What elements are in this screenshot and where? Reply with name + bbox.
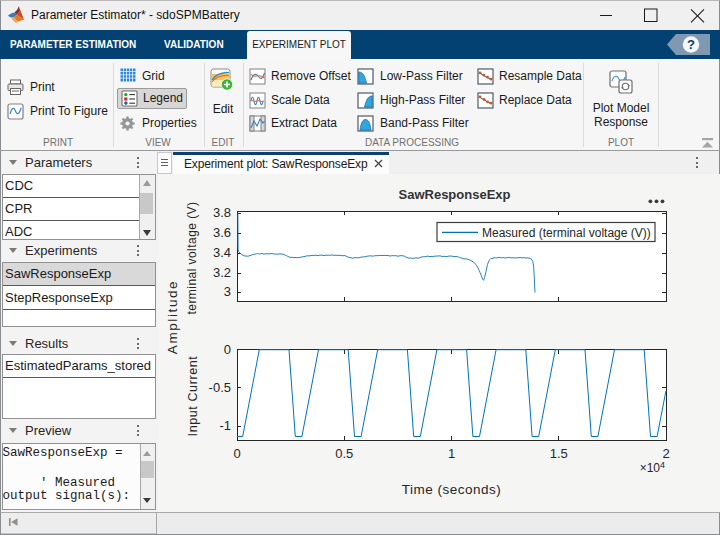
svg-text:?: ?: [687, 37, 695, 52]
